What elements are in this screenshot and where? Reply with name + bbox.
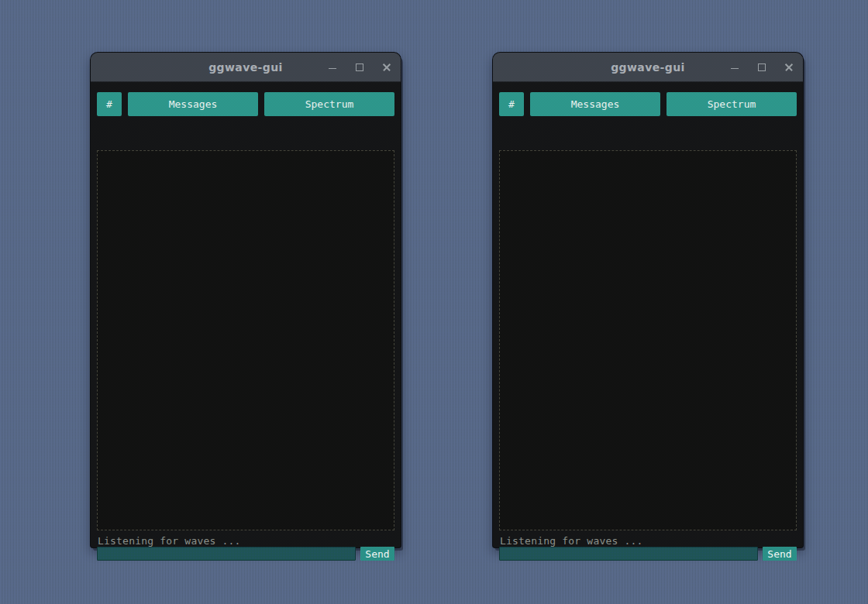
send-button[interactable]: Send	[763, 547, 797, 561]
close-button[interactable]	[784, 62, 794, 73]
titlebar[interactable]: ggwave-gui	[91, 53, 401, 82]
tab-messages[interactable]: Messages	[530, 92, 660, 116]
window-client-area: # Messages Spectrum Listening for waves …	[493, 82, 803, 547]
ggwave-window-right: ggwave-gui # Messages Spectrum Listening…	[493, 53, 803, 547]
status-text: Listening for waves ...	[500, 535, 643, 547]
tab-hash-button[interactable]: #	[97, 92, 122, 116]
maximize-button[interactable]	[355, 62, 364, 73]
titlebar[interactable]: ggwave-gui	[493, 53, 803, 82]
tab-bar: # Messages Spectrum	[499, 92, 797, 116]
minimize-button[interactable]	[328, 62, 337, 73]
message-input[interactable]	[499, 547, 758, 561]
window-controls	[730, 53, 794, 81]
window-controls	[328, 53, 391, 81]
status-text: Listening for waves ...	[98, 535, 241, 547]
minimize-icon	[329, 68, 336, 69]
messages-view	[97, 150, 394, 530]
tab-messages[interactable]: Messages	[128, 92, 258, 116]
maximize-icon	[758, 63, 766, 71]
minimize-icon	[731, 68, 739, 69]
close-icon	[383, 63, 391, 71]
maximize-button[interactable]	[757, 62, 766, 73]
message-input[interactable]	[97, 547, 356, 561]
tab-hash-button[interactable]: #	[499, 92, 524, 116]
minimize-button[interactable]	[730, 62, 739, 73]
messages-view	[499, 150, 797, 530]
message-input-row: Send	[499, 547, 797, 561]
window-client-area: # Messages Spectrum Listening for waves …	[91, 82, 401, 547]
window-title: ggwave-gui	[611, 61, 685, 74]
window-title: ggwave-gui	[208, 61, 283, 74]
tab-bar: # Messages Spectrum	[97, 92, 394, 116]
close-icon	[785, 63, 793, 71]
tab-spectrum[interactable]: Spectrum	[264, 92, 394, 116]
desktop: { "desktop": { "background_color": "#4e5…	[0, 0, 868, 604]
tab-spectrum[interactable]: Spectrum	[666, 92, 797, 116]
ggwave-window-left: ggwave-gui # Messages Spectrum Listening…	[91, 53, 401, 547]
close-button[interactable]	[382, 62, 391, 73]
maximize-icon	[356, 63, 363, 71]
message-input-row: Send	[97, 547, 394, 561]
send-button[interactable]: Send	[360, 547, 394, 561]
